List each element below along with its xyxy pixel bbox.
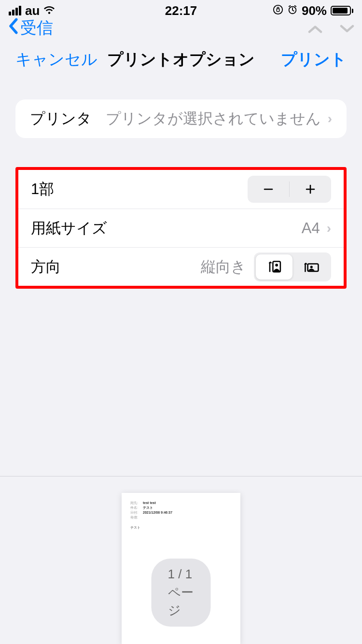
preview-to-key: 宛先: [130,501,143,505]
status-time: 22:17 [165,3,197,18]
portrait-button[interactable] [256,254,292,280]
preview-to-value: test test [143,501,156,505]
printer-value: プリンタが選択されていません [106,109,321,129]
back-chevron-icon [8,18,18,38]
cancel-button[interactable]: キャンセル [15,49,97,70]
printer-group: プリンタ プリンタが選択されていません › [15,99,347,138]
signal-icon [9,6,21,15]
modal-title: プリントオプション [107,49,255,70]
back-label: 受信 [20,17,53,39]
decrement-button[interactable] [248,176,289,203]
preview-page[interactable]: 宛先:test test 件名:テスト 日付:2021/12/08 9:46:3… [122,493,240,644]
svg-point-9 [310,266,313,268]
chevron-right-icon: › [327,221,331,236]
alarm-icon [287,3,298,18]
svg-point-0 [274,5,282,14]
preview-from-key: 発信: [130,515,143,520]
paper-size-row[interactable]: 用紙サイズ A4 › [18,209,344,247]
battery-percent: 90% [302,3,327,18]
down-chevron-icon [340,19,354,38]
modal-header: キャンセル プリントオプション プリント [0,37,362,82]
preview-subject-value: テスト [143,505,153,510]
orientation-value: 縦向き [201,257,246,277]
increment-button[interactable] [290,176,331,203]
orientation-segmented [254,252,331,281]
paper-size-value: A4 [302,220,320,237]
wifi-icon [43,4,55,17]
page-indicator: 1 / 1ページ [152,559,211,627]
up-chevron-icon [308,19,322,38]
svg-rect-1 [277,9,279,12]
print-button[interactable]: プリント [281,49,347,70]
carrier-label: au [25,3,40,18]
battery-icon [331,6,353,15]
chevron-right-icon: › [328,111,332,126]
preview-body: テスト [130,525,232,530]
preview-date-key: 日付: [130,510,143,515]
orientation-row: 方向 縦向き [18,247,344,286]
printer-label: プリンタ [30,109,92,129]
preview-area: 宛先:test test 件名:テスト 日付:2021/12/08 9:46:3… [0,476,362,644]
print-settings-group: 1部 用紙サイズ A4 › 方向 縦向き [15,167,347,289]
orientation-label: 方向 [31,257,61,277]
landscape-button[interactable] [292,254,329,280]
copies-stepper [248,176,331,203]
copies-label: 1部 [31,179,54,199]
preview-date-value: 2021/12/08 9:46:37 [143,510,172,515]
preview-subject-key: 件名: [130,505,143,510]
svg-point-7 [275,264,278,266]
copies-row: 1部 [18,170,344,209]
print-options-sheet: キャンセル プリントオプション プリント プリンタ プリンタが選択されていません… [0,37,362,644]
underlying-nav: 受信 [0,17,362,39]
paper-size-label: 用紙サイズ [31,218,107,238]
printer-row[interactable]: プリンタ プリンタが選択されていません › [15,99,347,138]
orientation-lock-icon [273,3,283,18]
